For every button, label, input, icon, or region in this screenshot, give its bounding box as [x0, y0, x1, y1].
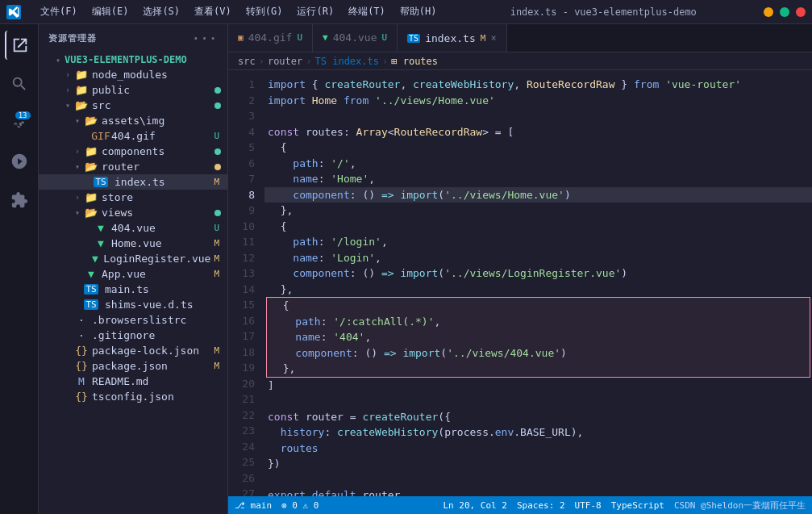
code-line-25: }) — [264, 456, 812, 472]
sidebar-item-readme[interactable]: M README.md — [39, 374, 227, 389]
app-layout: 13 资源管理器 ··· ▾ VUE3-ELEMENTPLUS-DEMO › 📁… — [0, 24, 812, 514]
menu-view[interactable]: 查看(V) — [188, 3, 238, 20]
sidebar-item-homevue[interactable]: ▼ Home.vue M — [39, 236, 227, 251]
gif-tab-icon: ▣ — [238, 32, 244, 43]
sidebar-item-router[interactable]: ▾ 📂 router — [39, 159, 227, 174]
sidebar-item-gitignore[interactable]: · .gitignore — [39, 328, 227, 343]
code-line-11: path: '/login', — [264, 234, 812, 250]
activity-extensions[interactable] — [5, 186, 34, 215]
activity-explorer[interactable] — [5, 31, 34, 60]
folder-icon: 📁 — [84, 145, 98, 157]
code-editor[interactable]: 1 2 3 4 5 6 7 8 9 10 11 12 13 14 15 16 1… — [228, 70, 812, 496]
sidebar-item-components[interactable]: › 📁 components — [39, 144, 227, 159]
minimize-button[interactable] — [764, 7, 773, 17]
chevron-right-icon: › — [71, 193, 84, 202]
vue-icon: ▼ — [84, 268, 98, 280]
breadcrumb-sep2: › — [306, 56, 311, 67]
sidebar-item-maints[interactable]: TS main.ts — [39, 282, 227, 297]
node-modules-label: node_modules — [92, 69, 227, 81]
code-line-13: component: () => import('../views/LoginR… — [264, 265, 812, 282]
status-dot — [214, 148, 221, 155]
sidebar-item-package-lock[interactable]: {} package-lock.json M — [39, 343, 227, 358]
code-line-10: { — [264, 219, 812, 235]
activity-source-control[interactable]: 13 — [5, 108, 34, 137]
sidebar-options[interactable]: ··· — [192, 31, 218, 46]
sidebar-item-node-modules[interactable]: › 📁 node_modules — [39, 67, 227, 82]
sidebar-item-package-json[interactable]: {} package.json M — [39, 358, 227, 374]
folder-icon: 📂 — [74, 99, 89, 111]
chevron-down-icon: ▾ — [71, 162, 84, 171]
menu-run[interactable]: 运行(R) — [290, 3, 340, 20]
tree-project-root[interactable]: ▾ VUE3-ELEMENTPLUS-DEMO — [39, 52, 227, 67]
menu-select[interactable]: 选择(S) — [136, 3, 186, 20]
code-line-17: name: '404', — [267, 329, 810, 345]
menu-terminal[interactable]: 终端(T) — [342, 3, 392, 20]
folder-icon: 📂 — [84, 115, 98, 127]
menu-file[interactable]: 文件(F) — [34, 3, 84, 20]
folder-icon: 📁 — [84, 191, 98, 203]
menu-edit[interactable]: 编辑(E) — [85, 3, 135, 20]
chevron-down-icon: ▾ — [71, 116, 84, 125]
file-label-loginvue: LoginRegister.vue — [103, 253, 210, 265]
tab-404vue[interactable]: ▼ 404.vue U — [313, 24, 398, 52]
activity-search[interactable] — [5, 69, 34, 98]
sidebar-item-loginvue[interactable]: ▼ LoginRegister.vue M — [39, 251, 227, 266]
code-line-22: const router = createRouter({ — [264, 409, 812, 425]
chevron-right-icon: › — [71, 147, 84, 156]
sidebar-item-404vue[interactable]: ▼ 404.vue U — [39, 220, 227, 236]
chevron-down-icon: ▾ — [71, 208, 84, 217]
sidebar-item-appvue[interactable]: ▼ App.vue M — [39, 266, 227, 282]
activity-run[interactable] — [5, 147, 34, 176]
tab-close-button[interactable]: × — [490, 32, 496, 44]
breadcrumb-indexts[interactable]: TS index.ts — [315, 56, 379, 67]
ts-tab-icon: TS — [407, 34, 420, 43]
sidebar-item-src[interactable]: ▾ 📂 src — [39, 98, 227, 113]
badge-m: M — [210, 269, 223, 279]
sidebar-item-404gif[interactable]: GIF 404.gif U — [39, 128, 227, 144]
file-icon: · — [74, 329, 89, 341]
close-button[interactable] — [796, 7, 806, 17]
code-line-6: path: '/', — [264, 156, 812, 172]
code-content[interactable]: import { createRouter, createWebHistory,… — [264, 70, 812, 496]
maximize-button[interactable] — [780, 7, 789, 17]
status-bar: ⎇ main ⊗ 0 ⚠ 0 Ln 20, Col 2 Spaces: 2 UT… — [228, 496, 812, 514]
vue-icon: ▼ — [94, 237, 108, 249]
sidebar-item-public[interactable]: › 📁 public — [39, 82, 227, 98]
breadcrumb-router[interactable]: router — [268, 56, 302, 67]
menu-help[interactable]: 帮助(H) — [394, 3, 443, 20]
breadcrumb-sep1: › — [259, 56, 264, 67]
sidebar-item-tsconfig[interactable]: {} tsconfig.json — [39, 389, 227, 404]
code-line-14: }, — [264, 282, 812, 298]
tab-indexts[interactable]: TS index.ts M × — [398, 24, 507, 52]
tab-badge-u2: U — [381, 32, 387, 43]
code-line-26 — [264, 472, 812, 488]
status-branch: ⎇ main — [235, 500, 272, 511]
chevron-down-icon: ▾ — [61, 101, 74, 110]
breadcrumb-src[interactable]: src — [238, 56, 256, 67]
code-line-2: import Home from '../views/Home.vue' — [264, 93, 812, 109]
menu-goto[interactable]: 转到(G) — [239, 3, 289, 20]
breadcrumb-routes[interactable]: ⊞ routes — [391, 56, 438, 67]
folder-icon: 📁 — [74, 69, 89, 81]
status-problems: ⊗ 0 ⚠ 0 — [281, 500, 319, 511]
sidebar-item-assets[interactable]: ▾ 📂 assets\img — [39, 113, 227, 128]
file-label-tsconfig: tsconfig.json — [92, 391, 227, 403]
code-line-9: }, — [264, 203, 812, 219]
sidebar-item-views[interactable]: ▾ 📂 views — [39, 205, 227, 220]
status-dot — [214, 87, 221, 94]
file-label-index-ts: index.ts — [115, 176, 210, 188]
sidebar-item-browserslistrc[interactable]: · .browserslistrc — [39, 312, 227, 328]
json-icon: {} — [74, 360, 89, 372]
tab-404gif[interactable]: ▣ 404.gif U — [228, 24, 313, 52]
code-line-18: component: () => import('../views/404.vu… — [267, 345, 810, 361]
sidebar-item-shims[interactable]: TS shims-vue.d.ts — [39, 297, 227, 312]
file-label-shims: shims-vue.d.ts — [105, 299, 227, 311]
code-line-27: export default router — [264, 487, 812, 496]
status-spaces: Spaces: 2 — [517, 500, 565, 511]
badge-m: M — [210, 238, 223, 249]
code-line-4: const routes: Array<RouteRecordRaw> = [ — [264, 124, 812, 140]
sidebar-item-index-ts[interactable]: TS index.ts M — [39, 174, 227, 190]
file-label-homevue: Home.vue — [111, 237, 210, 249]
sidebar-item-store[interactable]: › 📁 store — [39, 190, 227, 205]
md-icon: M — [74, 375, 89, 387]
